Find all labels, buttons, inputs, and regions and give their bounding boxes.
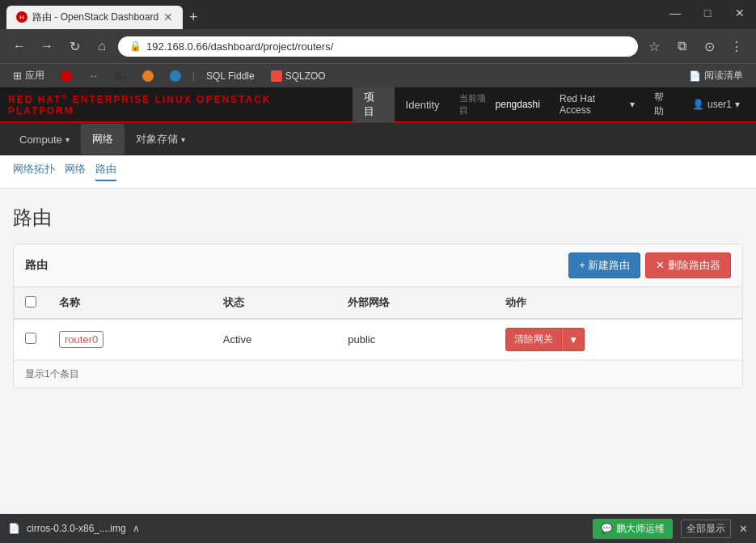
window-controls: — □ ✕ (659, 0, 756, 26)
new-tab-button[interactable]: + (183, 9, 205, 26)
wechat-widget[interactable]: 💬 鹏大师运维 (593, 519, 673, 539)
os-topbar: RED HAT® ENTERPRISE LINUX OPENSTACK PLAT… (0, 87, 756, 123)
row-status: Active (223, 333, 251, 346)
os-logo-area: RED HAT® ENTERPRISE LINUX OPENSTACK PLAT… (8, 93, 336, 117)
panel-actions: + 新建路由 ✕ 删除路由器 (568, 252, 731, 278)
header-action: 动作 (494, 287, 742, 319)
bookmark-apps[interactable]: ⊞ 应用 (8, 67, 49, 84)
row-status-cell: Active (212, 319, 337, 360)
red-hat-access-button[interactable]: Red Hat Access ▾ (551, 87, 643, 122)
panel-title: 路由 (25, 258, 568, 273)
row-network: public (348, 333, 375, 346)
download-expand-button[interactable]: ∧ (133, 523, 140, 534)
subnav-network[interactable]: 网络 (81, 124, 125, 155)
forward-button[interactable]: → (36, 35, 58, 57)
account-button[interactable]: ⊙ (698, 35, 720, 57)
router-link[interactable]: router0 (59, 331, 103, 348)
breadcrumb-router[interactable]: 路由 (95, 162, 116, 181)
row-network-cell: public (336, 319, 494, 360)
row-name-cell: router0 (48, 319, 212, 360)
bookmark-separator: | (192, 70, 195, 82)
os-nav-right: 当前项目 pengdashi Red Hat Access ▾ 帮助 👤 use… (451, 87, 749, 125)
select-all-checkbox[interactable] (25, 296, 36, 308)
redhat-icon (61, 70, 72, 82)
router-table-wrapper: 名称 状态 外部网络 动作 (14, 287, 742, 360)
nav-project[interactable]: 项目 (353, 87, 395, 122)
object-storage-dropdown-arrow: ▾ (181, 135, 185, 144)
tab-close-button[interactable]: ✕ (163, 11, 173, 23)
download-item: 📄 cirros-0.3.0-x86_....img ∧ (8, 523, 140, 534)
row-action-cell: 清除网关 ▼ (494, 319, 742, 360)
header-name: 名称 (48, 287, 212, 319)
menu-button[interactable]: ⋮ (725, 35, 748, 57)
user-menu-button[interactable]: 👤 user1 ▾ (684, 92, 748, 117)
user-dropdown-arrow: ▾ (735, 99, 740, 110)
bottom-close-button[interactable]: ✕ (739, 523, 748, 535)
apps-icon: ⊞ (13, 70, 22, 82)
clear-gateway-button[interactable]: 清除网关 (505, 328, 562, 351)
bookmark-sqlzoo[interactable]: SQLZOO (266, 69, 331, 83)
tab-title: 路由 - OpenStack Dashboard (32, 11, 158, 24)
breadcrumb-topology[interactable]: 网络拓扑 (13, 162, 55, 181)
header-external-network: 外部网络 (336, 287, 494, 319)
readlist-label: 阅读清单 (704, 69, 743, 83)
action-button-group: 清除网关 ▼ (505, 328, 731, 351)
browser-controls: ← → ↻ ⌂ 🔒 192.168.0.66/dashboard/project… (0, 29, 756, 63)
minimize-button[interactable]: — (659, 0, 691, 26)
new-router-button[interactable]: + 新建路由 (568, 252, 640, 278)
bookmark-redhat[interactable] (56, 69, 77, 83)
back-button[interactable]: ← (8, 35, 31, 57)
header-status: 状态 (212, 287, 337, 319)
os-top-nav: 项目 Identity (353, 87, 451, 122)
routers-panel: 路由 + 新建路由 ✕ 删除路由器 名称 (13, 244, 743, 388)
bookmark-readlist[interactable]: 📄 阅读清单 (684, 67, 748, 84)
os-subnav: Compute ▾ 网络 对象存储 ▾ (0, 123, 756, 155)
subnav-compute[interactable]: Compute ▾ (8, 125, 81, 154)
user-label: user1 (707, 99, 732, 110)
main-content: 路由 路由 + 新建路由 ✕ 删除路由器 (0, 189, 756, 405)
action-dropdown-button[interactable]: ▼ (562, 328, 585, 351)
reload-button[interactable]: ↻ (63, 35, 86, 57)
b6-icon: B₆ (115, 70, 126, 82)
tab-favicon: H (16, 11, 27, 23)
panel-header: 路由 + 新建路由 ✕ 删除路由器 (14, 244, 742, 287)
breadcrumb-bar: 网络拓扑 网络 路由 (0, 155, 756, 189)
maximize-button[interactable]: □ (691, 0, 724, 26)
red-hat-access-label: Red Hat Access (560, 93, 627, 116)
address-bar[interactable]: 🔒 192.168.0.66/dashboard/project/routers… (118, 36, 638, 57)
star-button[interactable]: ☆ (643, 35, 665, 57)
table-footer: 显示1个条目 (14, 360, 742, 388)
home-button[interactable]: ⌂ (91, 35, 113, 57)
user-icon: 👤 (692, 99, 704, 110)
row-checkbox[interactable] (25, 333, 36, 344)
help-button[interactable]: 帮助 (646, 87, 681, 125)
bookmark-arrow[interactable]: ↔ (83, 68, 103, 83)
blue-icon (170, 70, 181, 82)
bookmark-sqlfiddle[interactable]: SQL Fiddle (201, 69, 260, 83)
subnav-object-storage[interactable]: 对象存储 ▾ (125, 124, 196, 155)
subnav-object-storage-label: 对象存储 (136, 132, 178, 146)
bookmark-b6[interactable]: B₆ (110, 69, 131, 83)
breadcrumb-network[interactable]: 网络 (65, 162, 86, 181)
current-project-area: 当前项目 pengdashi (451, 87, 548, 123)
bookmark-circle[interactable] (137, 69, 158, 83)
nav-identity[interactable]: Identity (395, 87, 451, 122)
table-footer-text: 显示1个条目 (25, 368, 79, 380)
wechat-icon: 💬 (601, 523, 613, 534)
download-file-icon: 📄 (8, 523, 20, 534)
breadcrumb-sep-1 (55, 162, 65, 181)
bottom-right-area: 💬 鹏大师运维 全部显示 ✕ (593, 519, 748, 539)
lock-icon: 🔒 (129, 40, 141, 52)
current-project-value: pengdashi (496, 99, 540, 110)
active-tab[interactable]: H 路由 - OpenStack Dashboard ✕ (6, 6, 183, 29)
delete-router-button[interactable]: ✕ 删除路由器 (645, 252, 731, 278)
close-button[interactable]: ✕ (724, 0, 756, 26)
red-hat-access-dropdown: ▾ (630, 99, 635, 110)
subnav-compute-label: Compute (19, 134, 62, 146)
arrow-icon: ↔ (88, 70, 99, 82)
current-project-label: 当前项目 (459, 92, 492, 117)
bookmark-blue[interactable] (165, 69, 186, 83)
fullscreen-button[interactable]: 全部显示 (681, 520, 731, 538)
sqlzoo-label: SQLZOO (285, 70, 326, 82)
extensions-button[interactable]: ⧉ (670, 35, 693, 57)
